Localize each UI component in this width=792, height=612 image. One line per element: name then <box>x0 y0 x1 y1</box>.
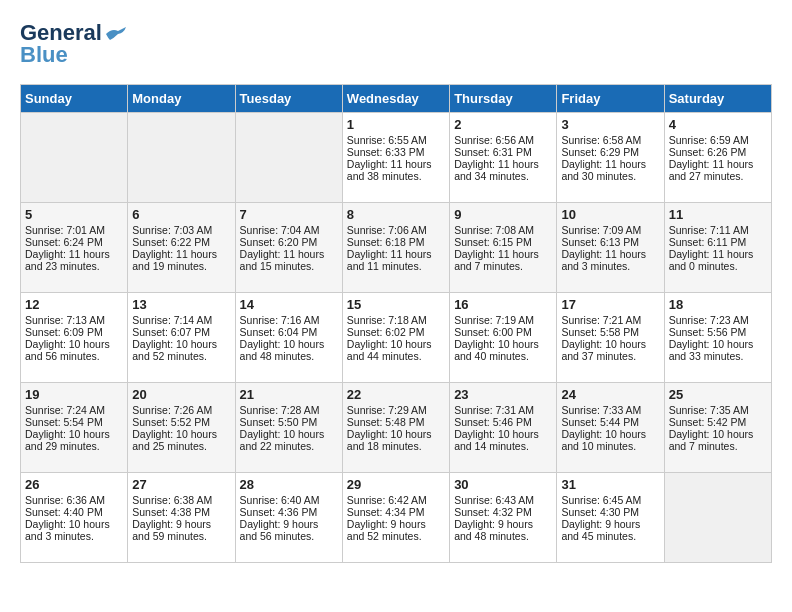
day-number: 22 <box>347 387 445 402</box>
day-header-row: SundayMondayTuesdayWednesdayThursdayFrid… <box>21 85 772 113</box>
sunset-text: Sunset: 5:56 PM <box>669 326 747 338</box>
sunset-text: Sunset: 4:38 PM <box>132 506 210 518</box>
calendar-cell: 23Sunrise: 7:31 AMSunset: 5:46 PMDayligh… <box>450 383 557 473</box>
daylight-text: Daylight: 11 hours and 15 minutes. <box>240 248 325 272</box>
day-number: 6 <box>132 207 230 222</box>
calendar-cell: 1Sunrise: 6:55 AMSunset: 6:33 PMDaylight… <box>342 113 449 203</box>
calendar-cell: 10Sunrise: 7:09 AMSunset: 6:13 PMDayligh… <box>557 203 664 293</box>
sunrise-text: Sunrise: 7:16 AM <box>240 314 320 326</box>
day-header-tuesday: Tuesday <box>235 85 342 113</box>
daylight-text: Daylight: 11 hours and 27 minutes. <box>669 158 754 182</box>
daylight-text: Daylight: 10 hours and 10 minutes. <box>561 428 646 452</box>
calendar-cell: 12Sunrise: 7:13 AMSunset: 6:09 PMDayligh… <box>21 293 128 383</box>
sunset-text: Sunset: 6:20 PM <box>240 236 318 248</box>
day-number: 24 <box>561 387 659 402</box>
sunrise-text: Sunrise: 7:29 AM <box>347 404 427 416</box>
day-number: 25 <box>669 387 767 402</box>
calendar-cell: 26Sunrise: 6:36 AMSunset: 4:40 PMDayligh… <box>21 473 128 563</box>
sunset-text: Sunset: 5:42 PM <box>669 416 747 428</box>
sunrise-text: Sunrise: 6:36 AM <box>25 494 105 506</box>
calendar-cell: 27Sunrise: 6:38 AMSunset: 4:38 PMDayligh… <box>128 473 235 563</box>
sunrise-text: Sunrise: 6:42 AM <box>347 494 427 506</box>
daylight-text: Daylight: 10 hours and 37 minutes. <box>561 338 646 362</box>
sunrise-text: Sunrise: 6:45 AM <box>561 494 641 506</box>
sunrise-text: Sunrise: 7:19 AM <box>454 314 534 326</box>
daylight-text: Daylight: 10 hours and 25 minutes. <box>132 428 217 452</box>
calendar-cell: 30Sunrise: 6:43 AMSunset: 4:32 PMDayligh… <box>450 473 557 563</box>
day-number: 29 <box>347 477 445 492</box>
calendar-cell: 24Sunrise: 7:33 AMSunset: 5:44 PMDayligh… <box>557 383 664 473</box>
day-number: 17 <box>561 297 659 312</box>
sunrise-text: Sunrise: 7:18 AM <box>347 314 427 326</box>
day-number: 2 <box>454 117 552 132</box>
sunset-text: Sunset: 5:52 PM <box>132 416 210 428</box>
sunset-text: Sunset: 6:13 PM <box>561 236 639 248</box>
sunset-text: Sunset: 5:58 PM <box>561 326 639 338</box>
sunset-text: Sunset: 6:11 PM <box>669 236 747 248</box>
sunset-text: Sunset: 4:32 PM <box>454 506 532 518</box>
sunrise-text: Sunrise: 6:40 AM <box>240 494 320 506</box>
sunrise-text: Sunrise: 7:28 AM <box>240 404 320 416</box>
daylight-text: Daylight: 9 hours and 56 minutes. <box>240 518 319 542</box>
daylight-text: Daylight: 9 hours and 48 minutes. <box>454 518 533 542</box>
day-number: 20 <box>132 387 230 402</box>
sunset-text: Sunset: 4:40 PM <box>25 506 103 518</box>
week-row-4: 19Sunrise: 7:24 AMSunset: 5:54 PMDayligh… <box>21 383 772 473</box>
sunrise-text: Sunrise: 6:38 AM <box>132 494 212 506</box>
day-number: 27 <box>132 477 230 492</box>
daylight-text: Daylight: 9 hours and 45 minutes. <box>561 518 640 542</box>
calendar-cell: 13Sunrise: 7:14 AMSunset: 6:07 PMDayligh… <box>128 293 235 383</box>
sunrise-text: Sunrise: 7:26 AM <box>132 404 212 416</box>
sunrise-text: Sunrise: 6:59 AM <box>669 134 749 146</box>
day-number: 23 <box>454 387 552 402</box>
calendar-cell: 15Sunrise: 7:18 AMSunset: 6:02 PMDayligh… <box>342 293 449 383</box>
day-header-thursday: Thursday <box>450 85 557 113</box>
day-number: 28 <box>240 477 338 492</box>
daylight-text: Daylight: 11 hours and 30 minutes. <box>561 158 646 182</box>
sunset-text: Sunset: 5:46 PM <box>454 416 532 428</box>
sunrise-text: Sunrise: 7:13 AM <box>25 314 105 326</box>
calendar-cell: 8Sunrise: 7:06 AMSunset: 6:18 PMDaylight… <box>342 203 449 293</box>
daylight-text: Daylight: 11 hours and 11 minutes. <box>347 248 432 272</box>
day-number: 14 <box>240 297 338 312</box>
calendar-cell: 6Sunrise: 7:03 AMSunset: 6:22 PMDaylight… <box>128 203 235 293</box>
daylight-text: Daylight: 10 hours and 14 minutes. <box>454 428 539 452</box>
sunset-text: Sunset: 6:00 PM <box>454 326 532 338</box>
sunset-text: Sunset: 5:50 PM <box>240 416 318 428</box>
sunrise-text: Sunrise: 6:55 AM <box>347 134 427 146</box>
sunset-text: Sunset: 4:36 PM <box>240 506 318 518</box>
week-row-1: 1Sunrise: 6:55 AMSunset: 6:33 PMDaylight… <box>21 113 772 203</box>
day-number: 15 <box>347 297 445 312</box>
sunset-text: Sunset: 5:54 PM <box>25 416 103 428</box>
day-number: 9 <box>454 207 552 222</box>
calendar-cell: 29Sunrise: 6:42 AMSunset: 4:34 PMDayligh… <box>342 473 449 563</box>
logo: General Blue <box>20 20 126 68</box>
calendar-cell: 7Sunrise: 7:04 AMSunset: 6:20 PMDaylight… <box>235 203 342 293</box>
sunset-text: Sunset: 6:09 PM <box>25 326 103 338</box>
calendar-cell: 19Sunrise: 7:24 AMSunset: 5:54 PMDayligh… <box>21 383 128 473</box>
sunset-text: Sunset: 6:26 PM <box>669 146 747 158</box>
calendar-cell: 16Sunrise: 7:19 AMSunset: 6:00 PMDayligh… <box>450 293 557 383</box>
daylight-text: Daylight: 10 hours and 3 minutes. <box>25 518 110 542</box>
calendar-cell: 2Sunrise: 6:56 AMSunset: 6:31 PMDaylight… <box>450 113 557 203</box>
daylight-text: Daylight: 10 hours and 44 minutes. <box>347 338 432 362</box>
daylight-text: Daylight: 10 hours and 22 minutes. <box>240 428 325 452</box>
sunrise-text: Sunrise: 7:24 AM <box>25 404 105 416</box>
sunrise-text: Sunrise: 7:33 AM <box>561 404 641 416</box>
day-number: 3 <box>561 117 659 132</box>
sunrise-text: Sunrise: 6:43 AM <box>454 494 534 506</box>
day-number: 26 <box>25 477 123 492</box>
daylight-text: Daylight: 10 hours and 29 minutes. <box>25 428 110 452</box>
sunset-text: Sunset: 6:22 PM <box>132 236 210 248</box>
day-number: 5 <box>25 207 123 222</box>
day-number: 4 <box>669 117 767 132</box>
sunrise-text: Sunrise: 7:11 AM <box>669 224 749 236</box>
daylight-text: Daylight: 10 hours and 33 minutes. <box>669 338 754 362</box>
calendar-cell: 14Sunrise: 7:16 AMSunset: 6:04 PMDayligh… <box>235 293 342 383</box>
daylight-text: Daylight: 10 hours and 52 minutes. <box>132 338 217 362</box>
sunset-text: Sunset: 6:15 PM <box>454 236 532 248</box>
week-row-5: 26Sunrise: 6:36 AMSunset: 4:40 PMDayligh… <box>21 473 772 563</box>
calendar-cell <box>235 113 342 203</box>
day-header-monday: Monday <box>128 85 235 113</box>
sunset-text: Sunset: 6:24 PM <box>25 236 103 248</box>
